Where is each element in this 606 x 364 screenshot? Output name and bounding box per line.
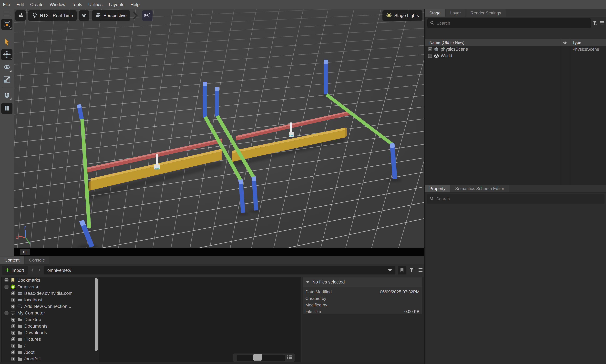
path-text[interactable]: omniverse:// [47,268,388,273]
path-bar[interactable]: omniverse:// [44,266,395,274]
field-value: 06/09/2025 07:32PM [380,289,420,295]
snap-tool-button[interactable] [1,89,13,101]
stage-tree: physicsScenePhysicsSceneWorld [425,46,606,185]
tree-item-desktop[interactable]: Desktop [1,316,99,323]
camera-selector[interactable]: Perspective [92,10,130,21]
content-tab-console[interactable]: Console [25,256,49,264]
content-tab-bar: ContentConsole [0,256,424,264]
tree-item--boot-efi[interactable]: /boot/efi [1,356,99,362]
renderer-selector[interactable]: RTX - Real-Time [28,10,77,21]
stage-options-button[interactable] [599,20,605,26]
content-tab-content[interactable]: Content [0,256,24,264]
column-name-header[interactable]: Name (Old to New) [425,40,464,45]
tree-item-localhost[interactable]: localhost [1,297,99,303]
move-tool-button[interactable] [1,49,13,60]
menu-bar: FileEditCreateWindowToolsUtilitiesLayout… [0,0,606,9]
expander-minus-icon[interactable] [4,285,9,289]
menu-help[interactable]: Help [131,2,140,7]
view-mode-toggle[interactable] [286,355,294,361]
tree-item--boot[interactable]: /boot [1,349,99,356]
forward-button[interactable] [37,268,41,273]
expander-plus-icon[interactable] [11,298,15,302]
prim-name[interactable]: World [441,53,452,58]
expander-plus-icon[interactable] [11,337,15,341]
content-options-button[interactable] [417,267,424,273]
unit-label-box[interactable]: m [20,248,30,255]
tree-scrollbar[interactable] [95,278,98,351]
property-tab-property[interactable]: Property [425,185,450,192]
rotate-tool-button[interactable] [1,62,13,73]
viewport-settings-button[interactable] [15,10,26,21]
property-search-input[interactable] [436,196,602,202]
details-header[interactable]: No files selected [303,277,422,287]
dropdown-triangle-icon[interactable] [388,269,392,272]
waypoint-button[interactable] [142,10,153,21]
menu-layouts[interactable]: Layouts [109,2,124,7]
menu-tools[interactable]: Tools [72,2,82,7]
stage-tab-render-settings[interactable]: Render Settings [466,9,506,17]
expander-plus-icon[interactable] [11,331,15,335]
stage-lights-button[interactable]: Stage Lights [382,10,422,21]
scale-tool-button[interactable] [1,74,13,85]
file-grid-pane[interactable] [99,277,302,362]
toolbar-flyout-button[interactable] [132,10,140,21]
import-button[interactable]: Import [2,266,28,275]
property-tab-semantics-schema-editor[interactable]: Semantics Schema Editor [450,185,509,192]
tree-item-add-new-connection-[interactable]: Add New Connection ... [1,303,99,310]
tree-item-isaac-dev-ov-nvidia-com[interactable]: isaac-dev.ov.nvidia.com [1,290,99,297]
column-divider[interactable] [561,39,561,185]
stage-row-World[interactable]: World [425,52,606,59]
select-tool-button[interactable] [1,37,13,48]
expander-minus-icon[interactable] [4,311,9,315]
visibility-button[interactable] [79,10,89,21]
expander-plus-icon[interactable] [11,351,15,354]
tree-item-pictures[interactable]: Pictures [1,336,99,342]
back-button[interactable] [30,268,35,273]
thumbnail-slider-handle[interactable] [253,354,262,361]
tree-item-downloads[interactable]: Downloads [1,329,99,336]
expander-plus-icon[interactable] [11,324,15,328]
content-tree-pane: BookmarksOmniverseisaac-dev.ov.nvidia.co… [1,277,99,362]
bookmark-button[interactable] [398,266,406,274]
tree-item-omniverse[interactable]: Omniverse [1,284,99,290]
menu-create[interactable]: Create [30,2,43,7]
column-type-header[interactable]: Type [572,40,581,45]
selection-mode-button[interactable] [1,19,13,30]
stage-search-box[interactable] [427,18,591,28]
camera-icon [95,12,101,19]
field-value: 0.00 KB [404,309,420,314]
menu-window[interactable]: Window [50,2,66,7]
viewport-3d[interactable]: X Z RTX - Real-Time [14,9,424,248]
expander-plus-icon[interactable] [11,304,15,309]
column-divider[interactable] [570,39,570,185]
details-field-created-by: Created by [305,295,420,302]
content-filter-button[interactable] [408,267,415,273]
pause-button[interactable] [1,103,13,114]
property-search-box[interactable] [427,194,605,204]
stage-row-physicsScene[interactable]: physicsScenePhysicsScene [425,46,606,52]
tree-item-my-computer[interactable]: My Computer [1,310,99,316]
menu-file[interactable]: File [3,2,10,7]
menu-edit[interactable]: Edit [16,2,24,7]
hamburger-icon [418,268,423,273]
expander-minus-icon[interactable] [4,278,9,282]
renderer-label: RTX - Real-Time [40,13,73,18]
expander-plus-icon[interactable] [11,357,15,361]
expander-plus-icon[interactable] [428,54,432,58]
left-toolbar [0,9,14,256]
expander-plus-icon[interactable] [11,318,15,322]
stage-search-input[interactable] [436,21,588,26]
expander-plus-icon[interactable] [428,47,432,51]
expander-plus-icon[interactable] [11,291,15,296]
field-label: Created by [305,296,326,301]
stage-filter-button[interactable] [592,20,598,26]
menu-utilities[interactable]: Utilities [88,2,103,7]
tree-item--[interactable]: / [1,342,99,349]
tree-item-bookmarks[interactable]: Bookmarks [1,277,99,284]
stage-column-header[interactable]: Name (Old to New) Type [425,39,606,46]
expander-plus-icon[interactable] [11,344,15,348]
prim-name[interactable]: physicsScene [441,47,468,52]
tree-item-documents[interactable]: Documents [1,323,99,329]
stage-tab-stage[interactable]: Stage [425,9,445,17]
stage-tab-layer[interactable]: Layer [446,9,465,17]
